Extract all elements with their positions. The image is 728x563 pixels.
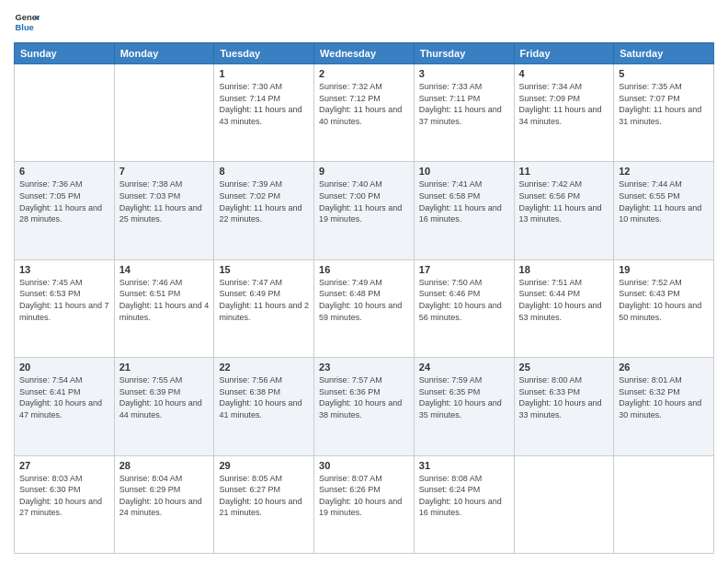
- calendar-cell: 28Sunrise: 8:04 AMSunset: 6:29 PMDayligh…: [114, 455, 214, 553]
- day-detail: Sunrise: 7:56 AMSunset: 6:38 PMDaylight:…: [219, 374, 309, 420]
- day-number: 30: [319, 460, 409, 471]
- day-number: 28: [119, 460, 210, 471]
- day-detail: Sunrise: 7:35 AMSunset: 7:07 PMDaylight:…: [619, 81, 709, 127]
- calendar-week-5: 27Sunrise: 8:03 AMSunset: 6:30 PMDayligh…: [15, 455, 714, 553]
- calendar-cell: 23Sunrise: 7:57 AMSunset: 6:36 PMDayligh…: [314, 358, 415, 455]
- day-number: 3: [419, 68, 509, 79]
- logo: General Blue: [14, 9, 40, 35]
- day-number: 25: [519, 362, 609, 373]
- calendar-cell: 5Sunrise: 7:35 AMSunset: 7:07 PMDaylight…: [614, 64, 714, 162]
- calendar-cell: 21Sunrise: 7:55 AMSunset: 6:39 PMDayligh…: [114, 358, 214, 455]
- day-number: 11: [519, 166, 609, 177]
- day-detail: Sunrise: 8:07 AMSunset: 6:26 PMDaylight:…: [319, 473, 409, 519]
- day-detail: Sunrise: 7:57 AMSunset: 6:36 PMDaylight:…: [319, 374, 409, 420]
- day-detail: Sunrise: 7:30 AMSunset: 7:14 PMDaylight:…: [219, 81, 309, 127]
- day-number: 16: [319, 264, 409, 275]
- day-detail: Sunrise: 7:51 AMSunset: 6:44 PMDaylight:…: [519, 277, 609, 323]
- calendar-cell: [614, 455, 714, 553]
- day-number: 7: [119, 166, 210, 177]
- day-detail: Sunrise: 7:54 AMSunset: 6:41 PMDaylight:…: [19, 374, 109, 420]
- day-detail: Sunrise: 8:00 AMSunset: 6:33 PMDaylight:…: [519, 374, 609, 420]
- calendar-week-1: 1Sunrise: 7:30 AMSunset: 7:14 PMDaylight…: [15, 64, 714, 162]
- day-detail: Sunrise: 7:52 AMSunset: 6:43 PMDaylight:…: [619, 277, 709, 323]
- day-detail: Sunrise: 7:39 AMSunset: 7:02 PMDaylight:…: [219, 178, 309, 224]
- calendar-cell: 26Sunrise: 8:01 AMSunset: 6:32 PMDayligh…: [614, 358, 714, 455]
- day-number: 27: [19, 460, 109, 471]
- svg-text:Blue: Blue: [16, 23, 34, 32]
- day-detail: Sunrise: 8:04 AMSunset: 6:29 PMDaylight:…: [119, 473, 210, 519]
- calendar-cell: 29Sunrise: 8:05 AMSunset: 6:27 PMDayligh…: [214, 455, 314, 553]
- day-number: 4: [519, 68, 609, 79]
- day-number: 13: [19, 264, 109, 275]
- calendar-cell: 7Sunrise: 7:38 AMSunset: 7:03 PMDaylight…: [114, 162, 214, 259]
- day-number: 31: [419, 460, 509, 471]
- calendar-cell: 14Sunrise: 7:46 AMSunset: 6:51 PMDayligh…: [114, 259, 214, 357]
- day-number: 19: [619, 264, 709, 275]
- calendar-cell: 19Sunrise: 7:52 AMSunset: 6:43 PMDayligh…: [614, 259, 714, 357]
- day-detail: Sunrise: 7:41 AMSunset: 6:58 PMDaylight:…: [419, 178, 509, 224]
- calendar-cell: [114, 64, 214, 162]
- calendar-cell: [514, 455, 614, 553]
- day-detail: Sunrise: 7:59 AMSunset: 6:35 PMDaylight:…: [419, 374, 509, 420]
- day-number: 15: [219, 264, 309, 275]
- day-number: 5: [619, 68, 709, 79]
- day-detail: Sunrise: 7:44 AMSunset: 6:55 PMDaylight:…: [619, 178, 709, 224]
- day-detail: Sunrise: 7:50 AMSunset: 6:46 PMDaylight:…: [419, 277, 509, 323]
- weekday-header-saturday: Saturday: [614, 43, 714, 64]
- weekday-header-thursday: Thursday: [414, 43, 514, 64]
- day-detail: Sunrise: 7:34 AMSunset: 7:09 PMDaylight:…: [519, 81, 609, 127]
- calendar-cell: 16Sunrise: 7:49 AMSunset: 6:48 PMDayligh…: [314, 259, 415, 357]
- day-number: 22: [219, 362, 309, 373]
- calendar-cell: 6Sunrise: 7:36 AMSunset: 7:05 PMDaylight…: [15, 162, 115, 259]
- calendar-cell: 13Sunrise: 7:45 AMSunset: 6:53 PMDayligh…: [15, 259, 115, 357]
- calendar-table: SundayMondayTuesdayWednesdayThursdayFrid…: [14, 42, 714, 554]
- day-number: 12: [619, 166, 709, 177]
- weekday-header-tuesday: Tuesday: [214, 43, 314, 64]
- calendar-cell: 27Sunrise: 8:03 AMSunset: 6:30 PMDayligh…: [15, 455, 115, 553]
- day-number: 21: [119, 362, 210, 373]
- calendar-cell: 10Sunrise: 7:41 AMSunset: 6:58 PMDayligh…: [414, 162, 514, 259]
- calendar-week-4: 20Sunrise: 7:54 AMSunset: 6:41 PMDayligh…: [15, 358, 714, 455]
- calendar-cell: 15Sunrise: 7:47 AMSunset: 6:49 PMDayligh…: [214, 259, 314, 357]
- day-number: 26: [619, 362, 709, 373]
- day-detail: Sunrise: 7:45 AMSunset: 6:53 PMDaylight:…: [19, 277, 109, 323]
- day-number: 23: [319, 362, 409, 373]
- day-number: 18: [519, 264, 609, 275]
- calendar-cell: 11Sunrise: 7:42 AMSunset: 6:56 PMDayligh…: [514, 162, 614, 259]
- page: General Blue SundayMondayTuesdayWednesda…: [0, 0, 728, 563]
- day-detail: Sunrise: 7:33 AMSunset: 7:11 PMDaylight:…: [419, 81, 509, 127]
- calendar-cell: 9Sunrise: 7:40 AMSunset: 7:00 PMDaylight…: [314, 162, 415, 259]
- day-number: 20: [19, 362, 109, 373]
- calendar-cell: 22Sunrise: 7:56 AMSunset: 6:38 PMDayligh…: [214, 358, 314, 455]
- day-detail: Sunrise: 7:55 AMSunset: 6:39 PMDaylight:…: [119, 374, 210, 420]
- weekday-header-sunday: Sunday: [15, 43, 115, 64]
- calendar-cell: 20Sunrise: 7:54 AMSunset: 6:41 PMDayligh…: [15, 358, 115, 455]
- day-detail: Sunrise: 7:36 AMSunset: 7:05 PMDaylight:…: [19, 178, 109, 224]
- calendar-cell: 12Sunrise: 7:44 AMSunset: 6:55 PMDayligh…: [614, 162, 714, 259]
- day-detail: Sunrise: 8:01 AMSunset: 6:32 PMDaylight:…: [619, 374, 709, 420]
- calendar-cell: 3Sunrise: 7:33 AMSunset: 7:11 PMDaylight…: [414, 64, 514, 162]
- calendar-cell: 30Sunrise: 8:07 AMSunset: 6:26 PMDayligh…: [314, 455, 415, 553]
- day-detail: Sunrise: 7:46 AMSunset: 6:51 PMDaylight:…: [119, 277, 210, 323]
- day-detail: Sunrise: 7:32 AMSunset: 7:12 PMDaylight:…: [319, 81, 409, 127]
- day-number: 24: [419, 362, 509, 373]
- calendar-week-3: 13Sunrise: 7:45 AMSunset: 6:53 PMDayligh…: [15, 259, 714, 357]
- calendar-cell: 25Sunrise: 8:00 AMSunset: 6:33 PMDayligh…: [514, 358, 614, 455]
- day-detail: Sunrise: 7:47 AMSunset: 6:49 PMDaylight:…: [219, 277, 309, 323]
- calendar-cell: 1Sunrise: 7:30 AMSunset: 7:14 PMDaylight…: [214, 64, 314, 162]
- calendar-cell: 17Sunrise: 7:50 AMSunset: 6:46 PMDayligh…: [414, 259, 514, 357]
- calendar-cell: 18Sunrise: 7:51 AMSunset: 6:44 PMDayligh…: [514, 259, 614, 357]
- calendar-cell: [15, 64, 115, 162]
- day-detail: Sunrise: 7:40 AMSunset: 7:00 PMDaylight:…: [319, 178, 409, 224]
- day-number: 14: [119, 264, 210, 275]
- calendar-cell: 8Sunrise: 7:39 AMSunset: 7:02 PMDaylight…: [214, 162, 314, 259]
- day-number: 8: [219, 166, 309, 177]
- day-number: 6: [19, 166, 109, 177]
- day-number: 1: [219, 68, 309, 79]
- weekday-header-wednesday: Wednesday: [314, 43, 415, 64]
- day-detail: Sunrise: 8:08 AMSunset: 6:24 PMDaylight:…: [419, 473, 509, 519]
- day-number: 2: [319, 68, 409, 79]
- day-number: 29: [219, 460, 309, 471]
- day-detail: Sunrise: 7:42 AMSunset: 6:56 PMDaylight:…: [519, 178, 609, 224]
- day-detail: Sunrise: 7:49 AMSunset: 6:48 PMDaylight:…: [319, 277, 409, 323]
